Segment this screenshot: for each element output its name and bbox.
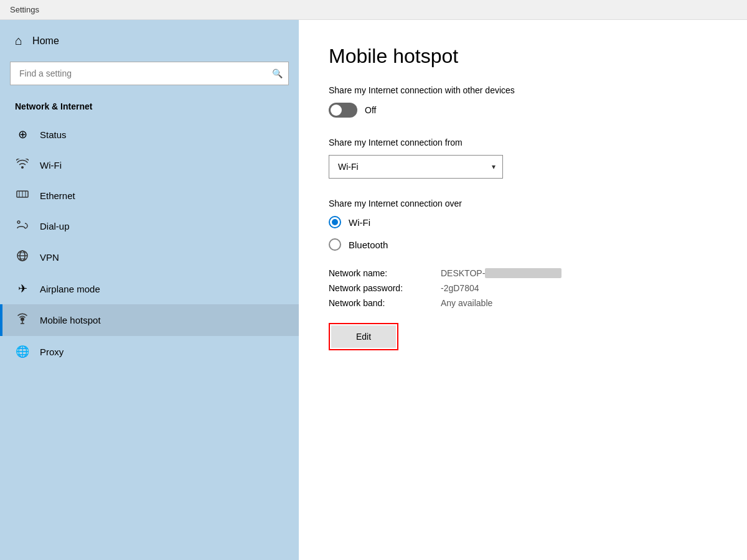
search-icon: 🔍 [272, 68, 283, 78]
home-icon: ⌂ [15, 34, 22, 48]
dialup-icon [15, 220, 30, 233]
network-name-key: Network name: [329, 268, 441, 278]
radio-group: Wi-Fi Bluetooth [329, 216, 717, 251]
sidebar-item-wifi[interactable]: Wi-Fi [0, 150, 299, 180]
sidebar-section-title: Network & Internet [0, 95, 299, 119]
sidebar-home-label: Home [32, 35, 59, 47]
radio-circle-wifi [329, 216, 341, 228]
sidebar-item-airplane[interactable]: ✈ Airplane mode [0, 273, 299, 304]
network-info: Network name: DESKTOP-████████████ Netwo… [329, 268, 717, 308]
sidebar-item-hotspot[interactable]: Mobile hotspot [0, 304, 299, 336]
hotspot-toggle-row: Off [329, 103, 717, 118]
ethernet-icon [15, 189, 30, 202]
svg-point-10 [21, 317, 24, 321]
main-content: Mobile hotspot Share my Internet connect… [299, 20, 747, 560]
share-over-section: Share my Internet connection over Wi-Fi … [329, 198, 717, 251]
sidebar-item-proxy[interactable]: 🌐 Proxy [0, 336, 299, 367]
network-band-value: Any available [441, 298, 492, 308]
sidebar-item-label: Airplane mode [40, 284, 100, 294]
radio-item-bluetooth[interactable]: Bluetooth [329, 238, 717, 251]
sidebar-item-label: VPN [40, 252, 59, 263]
network-password-key: Network password: [329, 283, 441, 293]
main-layout: ⌂ Home 🔍 Network & Internet ⊕ Status [0, 20, 747, 560]
title-bar-label: Settings [10, 5, 39, 14]
radio-label-bluetooth: Bluetooth [349, 240, 388, 250]
network-name-value: DESKTOP-████████████ [441, 268, 561, 278]
share-from-label: Share my Internet connection from [329, 138, 717, 147]
network-name-blurred: ████████████ [485, 268, 561, 278]
sidebar-item-label: Proxy [40, 347, 63, 357]
share-internet-label: Share my Internet connection with other … [329, 85, 717, 95]
sidebar-item-label: Ethernet [40, 190, 75, 201]
sidebar: ⌂ Home 🔍 Network & Internet ⊕ Status [0, 20, 299, 560]
sidebar-item-ethernet[interactable]: Ethernet [0, 180, 299, 211]
wifi-icon [15, 159, 30, 172]
title-bar: Settings [0, 0, 747, 20]
airplane-icon: ✈ [15, 282, 30, 296]
network-band-key: Network band: [329, 298, 441, 308]
share-from-dropdown[interactable]: Wi-Fi Ethernet [329, 155, 503, 179]
share-from-wrapper: Wi-Fi Ethernet ▾ [329, 155, 717, 179]
sidebar-item-vpn[interactable]: VPN [0, 241, 299, 273]
page-title: Mobile hotspot [329, 45, 717, 68]
edit-button-wrapper: Edit [329, 323, 398, 350]
vpn-icon [15, 250, 30, 264]
share-from-dropdown-container: Wi-Fi Ethernet ▾ [329, 155, 503, 179]
status-icon: ⊕ [15, 128, 30, 141]
svg-point-4 [17, 221, 20, 223]
toggle-state-label: Off [365, 105, 376, 115]
network-name-row: Network name: DESKTOP-████████████ [329, 268, 717, 278]
sidebar-item-status[interactable]: ⊕ Status [0, 119, 299, 150]
sidebar-item-label: Wi-Fi [40, 160, 62, 170]
hotspot-icon [15, 313, 30, 327]
share-over-label: Share my Internet connection over [329, 198, 717, 208]
network-password-row: Network password: -2gD7804 [329, 283, 717, 293]
sidebar-item-label: Dial-up [40, 221, 70, 231]
network-password-value: -2gD7804 [441, 283, 479, 293]
sidebar-home[interactable]: ⌂ Home [0, 20, 299, 62]
edit-button[interactable]: Edit [331, 325, 396, 348]
sidebar-item-label: Mobile hotspot [40, 315, 101, 325]
search-box-container: 🔍 [10, 62, 289, 85]
proxy-icon: 🌐 [15, 345, 30, 358]
search-input[interactable] [10, 62, 289, 85]
hotspot-toggle[interactable] [329, 103, 357, 118]
radio-label-wifi: Wi-Fi [349, 217, 370, 228]
sidebar-item-dialup[interactable]: Dial-up [0, 211, 299, 241]
network-band-row: Network band: Any available [329, 298, 717, 308]
sidebar-item-label: Status [40, 129, 67, 140]
radio-circle-bluetooth [329, 238, 341, 251]
radio-item-wifi[interactable]: Wi-Fi [329, 216, 717, 228]
